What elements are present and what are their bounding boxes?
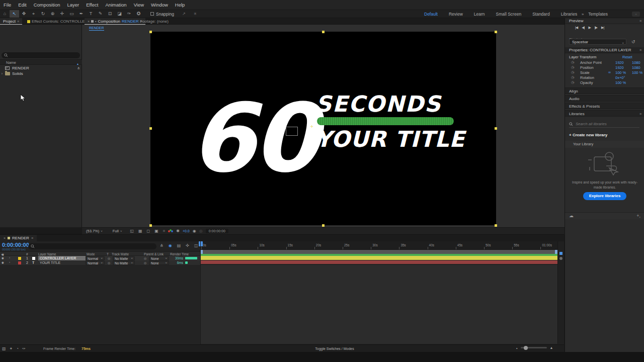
work-area-bar[interactable] bbox=[200, 250, 557, 254]
composition-canvas[interactable]: 60 SECONDS YOUR TITLE ✛ bbox=[150, 32, 496, 225]
tab-project[interactable]: Project ≡ bbox=[0, 18, 22, 25]
timeline-tab-render[interactable]: × RENDER ≡ bbox=[0, 235, 37, 241]
mini-flowchart-icon[interactable]: ⋔ bbox=[160, 243, 164, 248]
timeline-search-input[interactable] bbox=[28, 243, 156, 249]
property-value[interactable]: 100 % bbox=[615, 80, 626, 85]
pan-behind-tool-icon[interactable]: ✛ bbox=[57, 10, 67, 18]
roto-brush-tool-icon[interactable]: ✑ bbox=[124, 10, 134, 18]
brush-tool-icon[interactable]: ✎ bbox=[96, 10, 105, 18]
link-dimensions-icon[interactable]: ∞ bbox=[608, 70, 611, 74]
col-layer-name[interactable]: Layer Name bbox=[38, 252, 56, 256]
comp-button[interactable] bbox=[559, 257, 562, 260]
zoom-tool-icon[interactable]: ⌖ bbox=[29, 10, 38, 18]
snap-features-icon[interactable]: ✳ bbox=[194, 12, 197, 16]
panel-menu-icon[interactable]: ≡ bbox=[639, 18, 641, 24]
selection-handle[interactable] bbox=[495, 224, 497, 227]
timeline-divider[interactable] bbox=[200, 241, 201, 344]
stopwatch-icon[interactable]: ◷ bbox=[571, 80, 574, 84]
comp-flowchart-icon[interactable]: ⋔ bbox=[77, 66, 80, 70]
col-track-matte[interactable]: Track Matte bbox=[112, 252, 129, 256]
puppet-pin-tool-icon[interactable]: ✪ bbox=[134, 10, 143, 18]
explore-libraries-button[interactable]: Explore libraries bbox=[583, 192, 626, 200]
panel-menu-icon[interactable]: ≡ bbox=[17, 20, 19, 23]
libraries-search[interactable] bbox=[569, 121, 639, 128]
property-value[interactable]: 1080 bbox=[632, 65, 640, 70]
track-matte-dropdown[interactable]: No Matte˅ bbox=[113, 256, 135, 260]
workspace-tab[interactable]: Standard bbox=[527, 12, 555, 17]
menu-item[interactable]: Layer bbox=[64, 2, 83, 8]
home-icon[interactable]: ⌂ bbox=[0, 10, 10, 18]
pickwhip-icon[interactable]: ◎ bbox=[144, 256, 146, 260]
render-cache-icon[interactable]: ▧ bbox=[2, 346, 6, 351]
property-value[interactable]: 0x+0° bbox=[615, 75, 625, 80]
lock-icon[interactable]: ▪ bbox=[95, 20, 96, 23]
reset-transform-link[interactable]: Reset bbox=[622, 55, 632, 59]
exposure-value[interactable]: +0.0 bbox=[183, 229, 190, 233]
expand-icon[interactable]: › bbox=[9, 260, 10, 263]
layer-duration-bar-2[interactable] bbox=[200, 260, 557, 264]
render-time-icon[interactable]: ◔ bbox=[16, 346, 19, 351]
workspace-search-icon[interactable]: ⁘ bbox=[632, 12, 640, 17]
viewer-breadcrumb[interactable]: RENDER bbox=[89, 26, 104, 31]
add-content-icon[interactable]: +, bbox=[636, 213, 640, 218]
layer-label-chip[interactable] bbox=[18, 261, 21, 264]
snapping-checkbox[interactable] bbox=[150, 12, 154, 16]
layer-label-chip[interactable] bbox=[18, 257, 21, 260]
selection-handle[interactable] bbox=[322, 31, 325, 33]
panel-menu-icon[interactable]: ≡ bbox=[639, 47, 641, 53]
project-item-render[interactable]: RENDER ⋔ bbox=[0, 65, 82, 71]
close-icon[interactable]: × bbox=[88, 20, 90, 23]
fast-previews-icon[interactable]: ✱ bbox=[176, 229, 180, 233]
snap-edges-icon[interactable]: ↗ bbox=[182, 12, 186, 16]
take-snapshot-icon[interactable]: ◉ bbox=[193, 229, 196, 233]
workspace-tab[interactable]: Review bbox=[443, 12, 468, 17]
magnification-dropdown[interactable]: (53.7%) ˅ bbox=[86, 229, 103, 233]
stopwatch-icon[interactable]: ◷ bbox=[571, 75, 574, 79]
transparency-grid-icon[interactable]: ▦ bbox=[138, 229, 142, 234]
current-time-display[interactable]: 0:00:00:00 bbox=[2, 242, 29, 248]
workspace-overflow-icon[interactable]: » bbox=[578, 12, 588, 17]
layer-name[interactable]: CONTROLLER LAYER bbox=[38, 256, 86, 260]
sync-cloud-icon[interactable]: ☁ bbox=[569, 213, 574, 218]
panel-menu-icon[interactable]: ≡ bbox=[639, 111, 641, 117]
col-parent-link[interactable]: Parent & Link bbox=[144, 252, 164, 256]
selection-handle[interactable] bbox=[149, 31, 152, 33]
close-icon[interactable]: × bbox=[4, 236, 6, 240]
zoom-slider-track[interactable] bbox=[521, 347, 547, 348]
menu-item[interactable]: Help bbox=[172, 2, 189, 8]
project-item-solids[interactable]: › Solids bbox=[0, 71, 82, 76]
project-search-input[interactable] bbox=[2, 52, 80, 58]
live-update-icon[interactable]: ◉ bbox=[169, 243, 172, 248]
workspace-tab[interactable]: Default bbox=[419, 12, 443, 17]
playhead[interactable] bbox=[199, 241, 203, 246]
comp-marker-button[interactable] bbox=[559, 252, 562, 255]
blend-mode-dropdown[interactable]: Normal˅ bbox=[86, 256, 105, 260]
show-snapshot-icon[interactable]: ◎ bbox=[199, 229, 203, 233]
first-frame-button[interactable]: |◀ bbox=[575, 26, 578, 30]
graph-editor-icon[interactable]: ◫ bbox=[194, 243, 198, 248]
stopwatch-icon[interactable]: ◷ bbox=[571, 60, 574, 64]
blend-mode-dropdown[interactable]: Normal˅ bbox=[86, 261, 105, 265]
panel-menu-icon[interactable]: ≡ bbox=[31, 236, 33, 240]
selection-handle[interactable] bbox=[149, 224, 152, 227]
last-frame-button[interactable]: ▶| bbox=[601, 26, 604, 30]
stopwatch-icon[interactable]: ◷ bbox=[571, 65, 574, 69]
stopwatch-icon[interactable]: ◷ bbox=[571, 70, 574, 74]
menu-item[interactable]: View bbox=[130, 2, 147, 8]
menu-item[interactable]: Window bbox=[147, 2, 172, 8]
mask-visibility-icon[interactable]: ◻ bbox=[147, 229, 150, 234]
property-value[interactable]: 1920 bbox=[615, 60, 624, 65]
zoom-out-icon[interactable]: ▴ bbox=[516, 346, 518, 349]
shortcut-dropdown[interactable]: Spacebar ˅ bbox=[569, 39, 626, 45]
pen-tool-icon[interactable]: ✒ bbox=[76, 10, 86, 18]
selection-handle[interactable] bbox=[495, 31, 497, 33]
snapshot-icon[interactable]: ✦ bbox=[10, 346, 13, 351]
region-of-interest-icon[interactable]: ◱ bbox=[130, 229, 134, 234]
selection-handle[interactable] bbox=[322, 224, 325, 227]
create-library-button[interactable]: + Create new library bbox=[569, 133, 607, 137]
tab-composition[interactable]: × ▪ Composition RENDER ≡ bbox=[85, 18, 145, 25]
guides-icon[interactable]: ▣ bbox=[154, 229, 158, 234]
orbit-tool-icon[interactable]: ↻ bbox=[38, 10, 48, 18]
layer-duration-bar-1[interactable] bbox=[200, 256, 557, 260]
property-value[interactable]: 1920 bbox=[615, 65, 624, 70]
